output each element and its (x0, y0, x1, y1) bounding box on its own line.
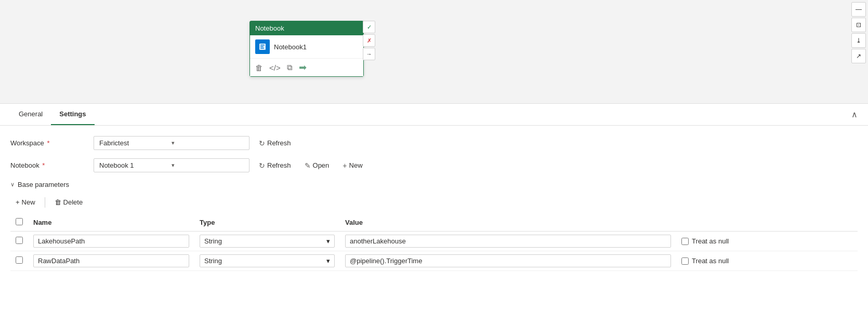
row1-type-arrow: ▾ (326, 237, 330, 245)
row2-value-input[interactable] (345, 254, 671, 267)
workspace-dropdown[interactable]: Fabrictest ▾ (94, 136, 249, 150)
notebook-row: Notebook * Notebook 1 ▾ ↻ Refresh ✎ Open… (10, 158, 858, 172)
refresh-workspace-button[interactable]: ↻ Refresh (255, 137, 295, 150)
row1-treat-null-label: Treat as null (692, 237, 729, 245)
refresh-notebook-button[interactable]: ↻ Refresh (255, 159, 295, 172)
check-control-button[interactable]: ✓ (363, 21, 375, 33)
table-header-type: Type (194, 214, 340, 232)
new-param-button[interactable]: + New (10, 196, 41, 209)
params-toolbar: + New 🗑 Delete (10, 196, 858, 209)
arrow-control-button[interactable]: → (363, 48, 375, 60)
notebook-control-group: Notebook 1 ▾ ↻ Refresh ✎ Open + New (94, 158, 858, 172)
notebook-card-actions: 🗑 </> ⧉ ➡ (250, 58, 363, 76)
zoom-button[interactable]: ↗ (851, 49, 866, 63)
delete-action-icon[interactable]: 🗑 (255, 63, 263, 72)
row2-value-cell (340, 251, 676, 271)
notebook-card-body: Notebook1 (250, 35, 363, 58)
row2-checkbox[interactable] (16, 256, 23, 264)
row1-type-dropdown[interactable]: String ▾ (200, 235, 335, 248)
toolbar-divider (45, 197, 45, 208)
refresh-notebook-icon: ↻ (259, 161, 265, 170)
delete-param-icon: 🗑 (55, 198, 61, 206)
table-header-treat (676, 214, 858, 232)
section-toggle-icon: ∨ (10, 181, 15, 188)
row1-treat-null: Treat as null (681, 237, 852, 245)
table-row: String ▾ Treat as null (10, 232, 858, 251)
new-param-label: New (22, 198, 35, 206)
svg-rect-2 (260, 45, 265, 46)
row1-treat-cell: Treat as null (676, 232, 858, 251)
table-header-name: Name (28, 214, 194, 232)
row1-type-value: String (204, 237, 222, 245)
table-row: String ▾ Treat as null (10, 251, 858, 271)
refresh-workspace-icon: ↻ (259, 139, 265, 147)
select-all-checkbox[interactable] (16, 218, 23, 225)
refresh-workspace-label: Refresh (267, 139, 291, 147)
row1-value-input[interactable] (345, 235, 671, 248)
fullscreen-button[interactable]: ⊡ (851, 18, 866, 32)
row1-type-cell: String ▾ (194, 232, 340, 251)
row2-type-dropdown[interactable]: String ▾ (200, 254, 335, 267)
row2-name-input[interactable] (33, 254, 189, 267)
row1-checkbox[interactable] (16, 237, 23, 244)
new-notebook-button[interactable]: + New (338, 159, 366, 172)
table-header-checkbox (10, 214, 28, 232)
row1-value-cell (340, 232, 676, 251)
minimize-button[interactable]: — (851, 2, 866, 17)
base-parameters-header[interactable]: ∨ Base parameters (10, 181, 858, 188)
row2-type-cell: String ▾ (194, 251, 340, 271)
fit-button[interactable]: ⤓ (851, 33, 866, 48)
run-action-icon[interactable]: ➡ (299, 62, 307, 73)
notebook-icon (255, 39, 270, 54)
row1-checkbox-cell (10, 232, 28, 251)
delete-param-button[interactable]: 🗑 Delete (49, 196, 88, 209)
card-right-controls: ✓ ✗ → (363, 21, 375, 60)
open-notebook-icon: ✎ (305, 161, 311, 170)
notebook-card-title: Notebook (255, 24, 284, 32)
workspace-row: Workspace * Fabrictest ▾ ↻ Refresh (10, 136, 858, 150)
bottom-panel: General Settings ∧ Workspace * Fabrictes… (0, 104, 868, 326)
svg-rect-3 (260, 46, 264, 47)
settings-content: Workspace * Fabrictest ▾ ↻ Refresh Noteb… (0, 126, 868, 281)
row2-type-value: String (204, 257, 222, 265)
row1-name-cell (28, 232, 194, 251)
notebook-name: Notebook1 (274, 43, 307, 51)
workspace-label: Workspace * (10, 139, 94, 147)
workspace-required-star: * (45, 139, 50, 147)
workspace-dropdown-arrow: ▾ (172, 140, 244, 146)
refresh-notebook-label: Refresh (267, 161, 291, 169)
notebook-card-header: Notebook (250, 21, 363, 35)
notebook-dropdown[interactable]: Notebook 1 ▾ (94, 158, 249, 172)
row1-name-input[interactable] (33, 235, 189, 248)
open-notebook-label: Open (313, 161, 330, 169)
delete-param-label: Delete (63, 198, 83, 206)
new-notebook-label: New (349, 161, 363, 169)
panel-tabs: General Settings ∧ (0, 104, 868, 126)
row1-treat-null-checkbox[interactable] (681, 238, 689, 245)
open-notebook-button[interactable]: ✎ Open (300, 159, 334, 172)
close-control-button[interactable]: ✗ (363, 34, 375, 47)
row2-treat-null-checkbox[interactable] (681, 257, 689, 265)
notebook-label: Notebook * (10, 161, 94, 169)
base-parameters-label: Base parameters (18, 181, 69, 188)
panel-collapse-button[interactable]: ∧ (851, 110, 858, 119)
tabs-left: General Settings (10, 104, 95, 125)
row2-treat-null-label: Treat as null (692, 257, 729, 265)
new-notebook-icon: + (343, 161, 347, 170)
params-table: Name Type Value (10, 214, 858, 271)
workspace-control-group: Fabrictest ▾ ↻ Refresh (94, 136, 858, 150)
notebook-dropdown-arrow: ▾ (172, 162, 244, 169)
copy-action-icon[interactable]: ⧉ (287, 63, 293, 72)
tab-settings[interactable]: Settings (51, 104, 94, 125)
svg-rect-4 (260, 48, 264, 49)
tab-general[interactable]: General (10, 104, 51, 125)
row2-type-arrow: ▾ (326, 257, 330, 265)
canvas-area: Notebook Notebook1 🗑 </> ⧉ ➡ ✓ ✗ → (0, 0, 868, 104)
row2-checkbox-cell (10, 251, 28, 271)
row2-name-cell (28, 251, 194, 271)
code-action-icon[interactable]: </> (269, 63, 281, 72)
row2-treat-null: Treat as null (681, 257, 852, 265)
notebook-card: Notebook Notebook1 🗑 </> ⧉ ➡ (249, 21, 364, 77)
row2-treat-cell: Treat as null (676, 251, 858, 271)
side-controls: — ⊡ ⤓ ↗ (849, 0, 868, 65)
